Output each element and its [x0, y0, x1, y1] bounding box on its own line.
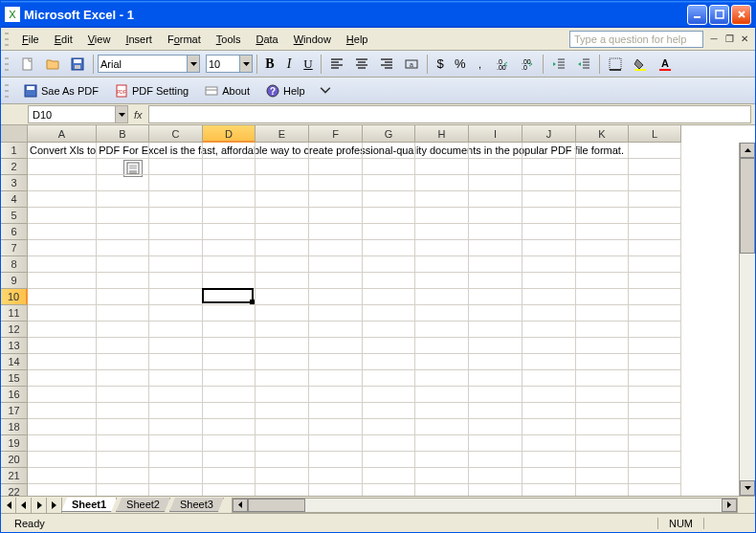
cell-G19[interactable]	[363, 435, 415, 452]
cell-F1[interactable]	[309, 143, 363, 159]
close-button[interactable]	[731, 5, 751, 25]
cell-A16[interactable]	[28, 387, 97, 403]
cell-B3[interactable]	[97, 175, 149, 191]
cell-D12[interactable]	[203, 322, 256, 338]
cell-G21[interactable]	[363, 468, 415, 484]
menu-edit[interactable]: Edit	[47, 31, 80, 48]
cell-E5[interactable]	[256, 208, 309, 224]
scroll-thumb[interactable]	[740, 158, 755, 254]
font-size-select[interactable]	[206, 55, 240, 73]
cell-D5[interactable]	[203, 208, 256, 224]
cell-B8[interactable]	[97, 256, 149, 273]
cell-I21[interactable]	[469, 468, 523, 484]
cell-H17[interactable]	[415, 403, 469, 419]
scroll-left-button[interactable]	[233, 499, 248, 512]
cell-I8[interactable]	[469, 256, 523, 273]
cell-C19[interactable]	[149, 435, 203, 452]
cell-L8[interactable]	[629, 256, 681, 273]
cell-I3[interactable]	[469, 175, 523, 191]
cell-G13[interactable]	[363, 338, 415, 354]
cell-K9[interactable]	[576, 273, 629, 289]
sheet-tab-sheet2[interactable]: Sheet2	[116, 498, 170, 512]
tab-first-button[interactable]	[1, 498, 16, 513]
cell-L1[interactable]	[629, 143, 681, 159]
percent-button[interactable]: %	[451, 54, 470, 75]
cell-J13[interactable]	[523, 338, 576, 354]
cell-C14[interactable]	[149, 354, 203, 370]
cell-K4[interactable]	[576, 191, 629, 208]
cell-J5[interactable]	[523, 208, 576, 224]
cell-D19[interactable]	[203, 435, 256, 452]
horizontal-scrollbar[interactable]	[232, 498, 738, 513]
cell-G16[interactable]	[363, 387, 415, 403]
cell-D9[interactable]	[203, 273, 256, 289]
cell-I20[interactable]	[469, 452, 523, 468]
underline-button[interactable]: U	[300, 54, 317, 75]
cell-J21[interactable]	[523, 468, 576, 484]
cell-F15[interactable]	[309, 370, 363, 387]
cell-H12[interactable]	[415, 322, 469, 338]
row-header-7[interactable]: 7	[1, 240, 28, 256]
cell-B22[interactable]	[97, 484, 149, 496]
borders-button[interactable]	[604, 54, 627, 75]
cell-F6[interactable]	[309, 224, 363, 240]
cell-F16[interactable]	[309, 387, 363, 403]
cell-B13[interactable]	[97, 338, 149, 354]
cell-I7[interactable]	[469, 240, 523, 256]
cell-A19[interactable]	[28, 435, 97, 452]
cell-K12[interactable]	[576, 322, 629, 338]
menu-insert[interactable]: Insert	[118, 31, 160, 48]
tab-next-button[interactable]	[32, 498, 47, 513]
cell-C12[interactable]	[149, 322, 203, 338]
sheet-tab-sheet3[interactable]: Sheet3	[169, 498, 224, 512]
cell-C10[interactable]	[149, 289, 203, 305]
cell-J18[interactable]	[523, 419, 576, 435]
scroll-right-button[interactable]	[722, 499, 737, 512]
cell-H7[interactable]	[415, 240, 469, 256]
cell-I9[interactable]	[469, 273, 523, 289]
cell-K20[interactable]	[576, 452, 629, 468]
increase-decimal-button[interactable]: .0.00	[491, 54, 514, 75]
col-header-A[interactable]: A	[28, 125, 97, 143]
cell-L5[interactable]	[629, 208, 681, 224]
doc-minimize-button[interactable]: ─	[707, 33, 721, 46]
cell-I1[interactable]	[469, 143, 523, 159]
cell-F9[interactable]	[309, 273, 363, 289]
align-center-button[interactable]	[350, 54, 373, 75]
col-header-K[interactable]: K	[576, 125, 629, 143]
cell-E16[interactable]	[256, 387, 309, 403]
toolbar-options-button[interactable]	[314, 80, 337, 101]
cell-E21[interactable]	[256, 468, 309, 484]
cell-G11[interactable]	[363, 305, 415, 322]
cell-J2[interactable]	[523, 159, 576, 175]
cell-I13[interactable]	[469, 338, 523, 354]
cell-F18[interactable]	[309, 419, 363, 435]
cell-B10[interactable]	[97, 289, 149, 305]
cell-K19[interactable]	[576, 435, 629, 452]
cell-K8[interactable]	[576, 256, 629, 273]
menu-format[interactable]: Format	[160, 31, 209, 48]
scroll-up-button[interactable]	[740, 143, 755, 158]
cell-I19[interactable]	[469, 435, 523, 452]
cell-A9[interactable]	[28, 273, 97, 289]
cell-F11[interactable]	[309, 305, 363, 322]
about-button[interactable]: About	[197, 80, 256, 101]
cell-B7[interactable]	[97, 240, 149, 256]
cell-B15[interactable]	[97, 370, 149, 387]
font-size-dropdown[interactable]	[240, 55, 253, 73]
cell-D3[interactable]	[203, 175, 256, 191]
cell-J9[interactable]	[523, 273, 576, 289]
cell-A14[interactable]	[28, 354, 97, 370]
select-all-cell[interactable]	[1, 125, 28, 143]
cell-H15[interactable]	[415, 370, 469, 387]
cell-E6[interactable]	[256, 224, 309, 240]
menu-view[interactable]: View	[80, 31, 119, 48]
cell-A11[interactable]	[28, 305, 97, 322]
cell-G10[interactable]	[363, 289, 415, 305]
row-header-17[interactable]: 17	[1, 403, 28, 419]
cell-D20[interactable]	[203, 452, 256, 468]
cell-A6[interactable]	[28, 224, 97, 240]
cell-D4[interactable]	[203, 191, 256, 208]
cell-B18[interactable]	[97, 419, 149, 435]
cell-A22[interactable]	[28, 484, 97, 496]
